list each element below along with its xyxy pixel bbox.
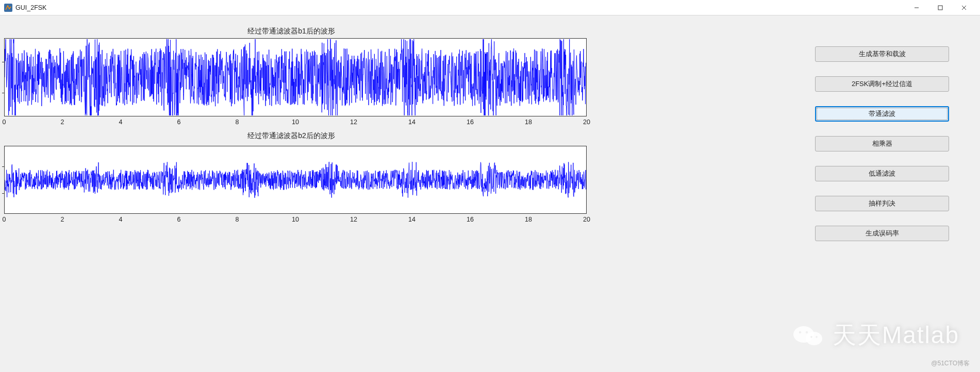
- matlab-icon: [4, 4, 12, 12]
- xtick-label: 16: [467, 216, 474, 223]
- modulate-channel-button[interactable]: 2FSK调制+经过信道: [815, 76, 949, 92]
- axes2-title: 经过带通滤波器b2后的波形: [0, 131, 583, 141]
- gen-baseband-button[interactable]: 生成基带和载波: [815, 46, 949, 62]
- maximize-button[interactable]: [928, 0, 952, 15]
- xtick-label: 6: [177, 216, 181, 223]
- xtick-label: 6: [177, 119, 181, 126]
- xtick-label: 2: [61, 216, 64, 223]
- xtick-label: 10: [292, 216, 299, 223]
- xtick-label: 16: [467, 119, 474, 126]
- xtick-label: 8: [236, 119, 239, 126]
- window-title: GUI_2FSK: [15, 4, 905, 11]
- xtick-label: 4: [119, 119, 123, 126]
- axes1: [4, 38, 587, 116]
- gen-ber-button[interactable]: 生成误码率: [815, 226, 949, 241]
- svg-rect-2: [938, 6, 942, 10]
- xtick-label: 20: [583, 119, 590, 126]
- xtick-label: 4: [119, 216, 123, 223]
- window-controls: [905, 0, 976, 15]
- xtick-label: 0: [3, 119, 6, 126]
- xtick-label: 18: [525, 216, 532, 223]
- plot-area: 经过带通滤波器b1后的波形 02468101214161820 经过带通滤波器b…: [0, 15, 784, 372]
- sample-decide-button[interactable]: 抽样判决: [815, 196, 949, 211]
- xtick-label: 10: [292, 119, 299, 126]
- titlebar: GUI_2FSK: [0, 0, 980, 15]
- axes2: [4, 146, 587, 214]
- xtick-label: 8: [236, 216, 239, 223]
- multiplier-button[interactable]: 相乘器: [815, 136, 949, 151]
- minimize-button[interactable]: [905, 0, 928, 15]
- lowpass-filter-button[interactable]: 低通滤波: [815, 166, 949, 181]
- xtick-label: 12: [350, 216, 357, 223]
- xtick-label: 14: [408, 216, 416, 223]
- xtick-label: 18: [525, 119, 532, 126]
- svg-rect-0: [4, 4, 12, 12]
- xtick-label: 12: [350, 119, 357, 126]
- bandpass-filter-button[interactable]: 带通滤波: [815, 106, 949, 122]
- xtick-label: 0: [3, 216, 6, 223]
- xtick-label: 20: [583, 216, 590, 223]
- xtick-label: 2: [61, 119, 64, 126]
- xtick-label: 14: [408, 119, 416, 126]
- close-button[interactable]: [952, 0, 976, 15]
- button-panel: 生成基带和载波 2FSK调制+经过信道 带通滤波 相乘器 低通滤波 抽样判决 生…: [784, 15, 980, 372]
- axes1-title: 经过带通滤波器b1后的波形: [0, 27, 583, 36]
- figure-panel: 经过带通滤波器b1后的波形 02468101214161820 经过带通滤波器b…: [0, 15, 980, 372]
